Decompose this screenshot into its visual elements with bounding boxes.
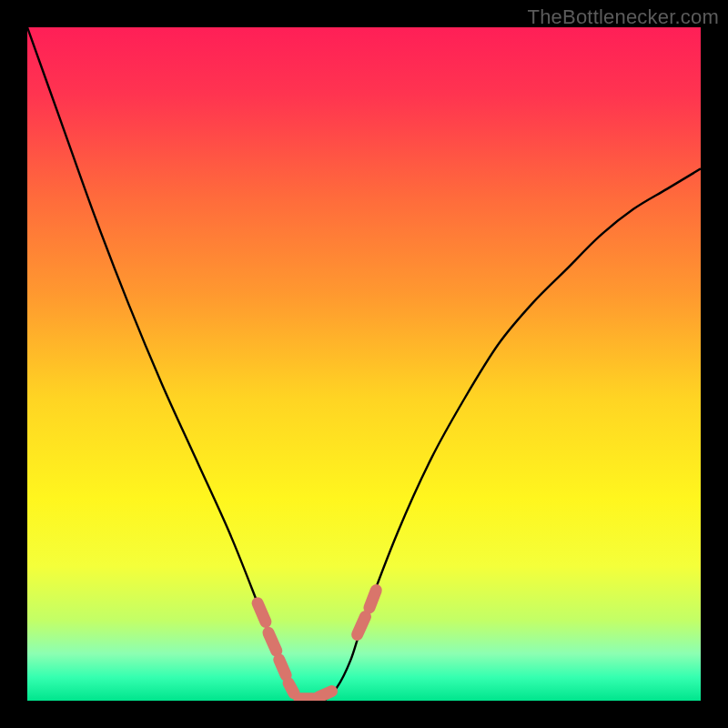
marker-dash [279, 660, 286, 675]
marker-dash [288, 683, 294, 693]
watermark-text: TheBottlenecker.com [528, 5, 719, 29]
gradient-background [27, 27, 701, 701]
marker-dash [318, 692, 332, 698]
marker-dash [358, 617, 366, 635]
chart-frame: TheBottlenecker.com [0, 0, 728, 728]
marker-dash [268, 632, 277, 651]
bottleneck-chart [27, 27, 701, 701]
plot-area [27, 27, 701, 701]
marker-dash [369, 591, 376, 608]
marker-dash [258, 603, 266, 622]
